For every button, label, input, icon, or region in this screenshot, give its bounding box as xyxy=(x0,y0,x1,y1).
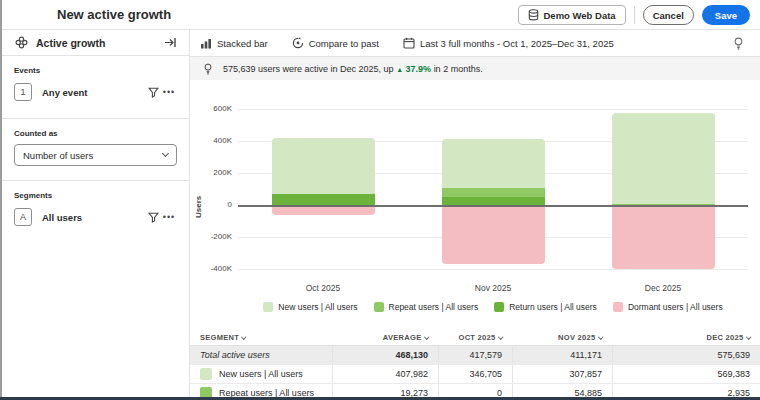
bar-segment[interactable] xyxy=(442,205,545,264)
divider xyxy=(2,180,189,181)
bar-segment[interactable] xyxy=(612,205,715,269)
page-title: New active growth xyxy=(57,0,171,30)
more-options-icon[interactable] xyxy=(161,209,177,225)
event-row[interactable]: 1 Any event xyxy=(14,80,177,104)
insight-text: 575,639 users were active in Dec 2025, u… xyxy=(223,64,483,74)
y-tick-label: 600K xyxy=(190,104,232,113)
legend-swatch xyxy=(613,302,623,312)
calendar-icon xyxy=(403,37,415,49)
y-tick-label: -200K xyxy=(190,232,232,241)
stacked-bar-chart: Users New users | All usersRepeat users … xyxy=(190,80,760,330)
date-range-button[interactable]: Last 3 full months - Oct 1, 2025–Dec 31,… xyxy=(403,37,614,49)
compare-to-past-button[interactable]: Compare to past xyxy=(292,37,379,49)
chart-toolbar: Stacked bar Compare to past Last 3 full … xyxy=(190,30,760,57)
y-tick-label: 200K xyxy=(190,168,232,177)
legend-label: Repeat users | All users xyxy=(389,302,479,312)
gridline xyxy=(238,205,748,207)
active-growth-icon xyxy=(13,35,29,51)
insights-bulb-icon[interactable] xyxy=(730,35,746,51)
stacked-bar-icon xyxy=(200,38,212,49)
main-panel: Stacked bar Compare to past Last 3 full … xyxy=(190,30,760,400)
y-tick-label: -400K xyxy=(190,264,232,273)
x-axis-label: Nov 2025 xyxy=(453,283,533,293)
cancel-button[interactable]: Cancel xyxy=(643,5,694,25)
filter-icon[interactable] xyxy=(145,84,161,100)
table-row-total[interactable]: Total active users 468,130 417,579 411,1… xyxy=(190,346,760,365)
dataset-button[interactable]: Demo Web Data xyxy=(518,5,626,25)
segment-index-box: A xyxy=(14,208,32,226)
legend-item[interactable]: New users | All users xyxy=(263,302,357,312)
bar-segment[interactable] xyxy=(442,197,545,205)
sidebar-title: Active growth xyxy=(36,37,155,49)
counted-as-label: Counted as xyxy=(14,129,177,138)
chevron-down-icon xyxy=(424,335,429,340)
filter-icon[interactable] xyxy=(145,209,161,225)
segment-name: All users xyxy=(42,212,145,223)
delta-arrow-icon: ▲ xyxy=(396,66,403,73)
delta-value: 37.9% xyxy=(406,64,432,74)
x-axis-label: Dec 2025 xyxy=(623,283,703,293)
legend-label: Return users | All users xyxy=(509,302,597,312)
bulb-icon xyxy=(200,61,216,77)
bar-segment[interactable] xyxy=(272,194,375,205)
column-header-dec[interactable]: DEC 2025 xyxy=(612,330,760,345)
bar-segment[interactable] xyxy=(272,138,375,193)
bar-segment[interactable] xyxy=(612,113,715,204)
gridline xyxy=(238,109,748,110)
counted-as-value: Number of users xyxy=(23,150,163,161)
segment-row[interactable]: A All users xyxy=(14,205,177,229)
collapse-panel-icon[interactable] xyxy=(162,35,178,51)
table-row-new-users[interactable]: New users | All users 407,982 346,705 30… xyxy=(190,365,760,384)
column-header-average[interactable]: AVERAGE xyxy=(332,330,438,345)
data-table: SEGMENT AVERAGE OCT 2025 NOV 2025 DEC 20… xyxy=(190,330,760,400)
legend-swatch xyxy=(494,302,504,312)
table-header-row: SEGMENT AVERAGE OCT 2025 NOV 2025 DEC 20… xyxy=(190,330,760,346)
legend-label: New users | All users xyxy=(278,302,357,312)
legend-item[interactable]: Repeat users | All users xyxy=(374,302,479,312)
y-tick-label: 0 xyxy=(190,200,232,209)
row-swatch xyxy=(200,368,212,380)
legend-label: Dormant users | All users xyxy=(628,302,723,312)
event-name: Any event xyxy=(42,87,145,98)
chart-legend: New users | All usersRepeat users | All … xyxy=(238,302,748,312)
column-header-segment[interactable]: SEGMENT xyxy=(190,330,332,345)
database-icon xyxy=(528,9,539,21)
event-index-box: 1 xyxy=(14,83,32,101)
bar-segment[interactable] xyxy=(442,188,545,197)
chevron-down-icon xyxy=(162,150,169,157)
chevron-down-icon xyxy=(241,335,246,340)
top-bar: New active growth Demo Web Data Cancel S… xyxy=(2,0,760,30)
config-sidebar: Active growth Events 1 Any event Counted… xyxy=(2,30,190,400)
legend-swatch xyxy=(263,302,273,312)
save-button[interactable]: Save xyxy=(702,5,750,25)
compare-history-icon xyxy=(292,37,304,49)
more-options-icon[interactable] xyxy=(161,84,177,100)
chart-type-button[interactable]: Stacked bar xyxy=(200,38,268,49)
chevron-down-icon xyxy=(746,335,751,340)
x-axis-label: Oct 2025 xyxy=(283,283,363,293)
legend-item[interactable]: Return users | All users xyxy=(494,302,597,312)
chevron-down-icon xyxy=(498,335,503,340)
column-header-nov[interactable]: NOV 2025 xyxy=(512,330,612,345)
gridline xyxy=(238,269,748,270)
divider xyxy=(2,118,189,119)
legend-item[interactable]: Dormant users | All users xyxy=(613,302,723,312)
counted-as-select[interactable]: Number of users xyxy=(14,144,177,166)
column-header-oct[interactable]: OCT 2025 xyxy=(438,330,512,345)
bar-segment[interactable] xyxy=(442,139,545,188)
divider xyxy=(634,6,635,24)
legend-swatch xyxy=(374,302,384,312)
y-tick-label: 400K xyxy=(190,136,232,145)
topbar-actions: Demo Web Data Cancel Save xyxy=(518,0,751,30)
events-label: Events xyxy=(14,66,177,75)
insight-banner: 575,639 users were active in Dec 2025, u… xyxy=(190,57,760,80)
segments-label: Segments xyxy=(14,191,177,200)
chevron-down-icon xyxy=(598,335,603,340)
sidebar-header: Active growth xyxy=(2,30,189,56)
